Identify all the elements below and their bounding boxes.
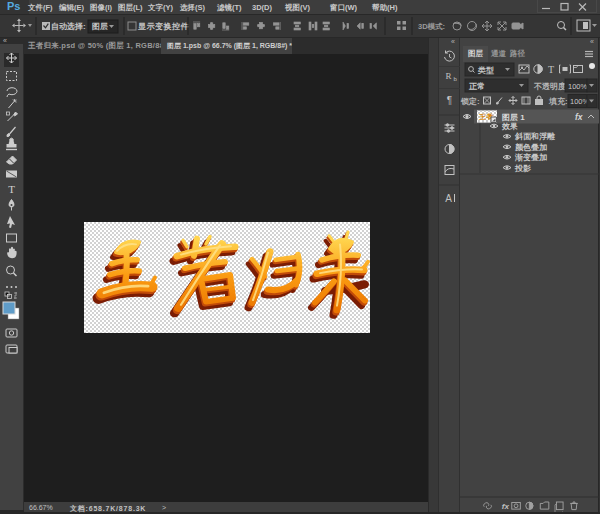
svg-text:效果: 效果	[501, 122, 518, 131]
svg-text:图层 1: 图层 1	[502, 113, 525, 122]
svg-text:显示变换控件: 显示变换控件	[137, 21, 190, 31]
svg-text:«: «	[451, 38, 455, 45]
svg-text:R: R	[445, 71, 451, 81]
svg-text:类型: 类型	[477, 66, 494, 75]
svg-text:¶: ¶	[447, 95, 452, 106]
svg-text:渐变叠加: 渐变叠加	[514, 152, 547, 162]
svg-text:图层: 图层	[92, 22, 108, 31]
svg-text:100%: 100%	[568, 82, 588, 91]
svg-text:投影: 投影	[514, 164, 531, 173]
svg-text:不透明度:: 不透明度:	[533, 81, 569, 91]
svg-text:斜面和浮雕: 斜面和浮雕	[514, 132, 555, 141]
svg-text:fx: fx	[502, 502, 510, 511]
svg-text:3D模式:: 3D模式:	[418, 22, 445, 31]
svg-text:T: T	[8, 183, 15, 195]
svg-text:颜色叠加: 颜色叠加	[514, 143, 547, 152]
svg-text:b: b	[454, 76, 458, 82]
svg-text:A: A	[445, 193, 452, 204]
svg-text:锁定:: 锁定:	[460, 96, 480, 106]
svg-text:T: T	[548, 64, 554, 75]
svg-text:填充:: 填充:	[548, 96, 568, 106]
svg-text:自动选择:: 自动选择:	[51, 22, 86, 31]
svg-text:正常: 正常	[468, 82, 485, 91]
svg-text:fx: fx	[575, 112, 584, 122]
